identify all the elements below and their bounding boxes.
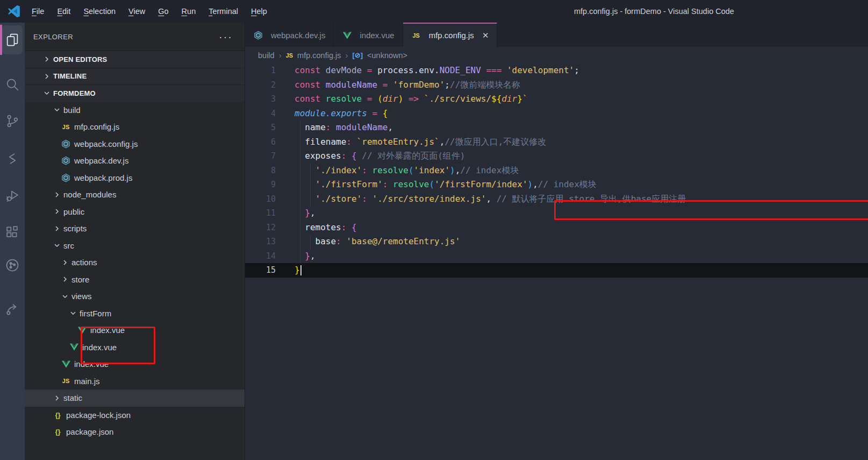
line-number: 5 [245, 121, 276, 135]
menu-file[interactable]: File [25, 0, 51, 23]
tree-item-index-vue[interactable]: index.vue [25, 322, 245, 339]
breadcrumb-separator: › [346, 51, 348, 60]
tree-item-webpack-prod-js[interactable]: webpack.prod.js [25, 169, 245, 187]
chevron-down-icon [61, 292, 69, 301]
indent-guide [300, 192, 300, 207]
breadcrumb-item-mfp-config-js[interactable]: mfp.config.js [297, 51, 341, 60]
code-line-12[interactable]: 12 remotes: { [245, 221, 868, 235]
tree-item-index-vue[interactable]: index.vue [25, 356, 245, 373]
window-title: mfp.config.js - formDemo - Visual Studio… [574, 0, 734, 23]
tree-item-package-json[interactable]: {}package.json [25, 423, 245, 441]
vscode-logo-icon [7, 4, 21, 18]
close-tab-icon[interactable]: ✕ [482, 31, 489, 40]
tree-item-build[interactable]: build [25, 102, 245, 119]
code-line-1[interactable]: 1const devMode = process.env.NODE_ENV ==… [245, 63, 868, 78]
json-icon: {} [53, 411, 63, 419]
indent-guide [310, 164, 311, 178]
section-open-editors[interactable]: OPEN EDITORS [25, 51, 245, 68]
menu-run[interactable]: Run [175, 0, 203, 23]
breadcrumb-item-build[interactable]: build [258, 51, 275, 60]
explorer-header: EXPLORER ··· [25, 23, 245, 51]
symbol-unknown-icon: [⊘] [353, 51, 363, 59]
run-debug-icon[interactable] [0, 180, 25, 211]
tree-item-package-lock-json[interactable]: {}package-lock.json [25, 407, 245, 424]
line-number: 11 [245, 206, 276, 221]
editor-tabs: webpack.dev.jsindex.vueJSmfp.config.js✕ [245, 23, 868, 47]
tab-mfp-config-js[interactable]: JSmfp.config.js✕ [403, 23, 498, 47]
tree-item-scripts[interactable]: scripts [25, 220, 245, 237]
indent-guide [300, 235, 300, 249]
js-icon: JS [61, 378, 71, 384]
tab-webpack-dev-js[interactable]: webpack.dev.js [245, 23, 334, 47]
tree-item-node-modules[interactable]: node_modules [25, 186, 245, 203]
chevron-right-icon [61, 275, 69, 284]
indent-guide [300, 149, 300, 164]
chevron-down-icon [42, 89, 51, 97]
tree-item-public[interactable]: public [25, 203, 245, 221]
line-number: 7 [245, 149, 276, 164]
explorer-icon[interactable] [0, 24, 25, 55]
project-graph-icon[interactable] [0, 250, 25, 281]
indent-guide [300, 121, 300, 135]
tree-item-webpack-dev-js[interactable]: webpack.dev.js [25, 152, 245, 169]
code-line-15[interactable]: 15} [245, 263, 868, 278]
more-actions-icon[interactable]: ··· [219, 34, 236, 39]
chevron-right-icon [42, 72, 51, 81]
menu-go[interactable]: Go [152, 0, 175, 23]
code-line-7[interactable]: 7 exposes: { // 对外暴露的页面(组件) [245, 149, 868, 164]
chevron-right-icon [42, 55, 51, 63]
line-number: 1 [245, 63, 276, 78]
vue-icon [61, 360, 71, 368]
tree-item-actions[interactable]: actions [25, 254, 245, 271]
chevron-right-icon [53, 224, 61, 233]
tree-item-mfp-config-js[interactable]: JSmfp.config.js [25, 118, 245, 136]
tree-item-main-js[interactable]: JSmain.js [25, 373, 245, 390]
source-control-icon[interactable] [0, 105, 25, 137]
code-line-2[interactable]: 2const moduleName = 'formDemo';//微前端模块名称 [245, 78, 868, 93]
indent-guide [300, 164, 300, 178]
code-line-10[interactable]: 10 './store': './src/store/index.js', //… [245, 192, 868, 207]
js-icon: JS [61, 124, 71, 130]
breadcrumb-separator: › [279, 51, 282, 60]
line-number: 2 [245, 78, 276, 93]
search-icon[interactable] [0, 69, 25, 100]
indent-guide [310, 192, 311, 207]
tree-item-webpack-config-js[interactable]: webpack.config.js [25, 136, 245, 153]
menu-terminal[interactable]: Terminal [202, 0, 245, 23]
tree-item-store[interactable]: store [25, 271, 245, 288]
menu-selection[interactable]: Selection [77, 0, 122, 23]
tree-item-firstform[interactable]: firstForm [25, 305, 245, 322]
tree-item-views[interactable]: views [25, 288, 245, 305]
line-number: 13 [245, 235, 276, 249]
code-line-9[interactable]: 9 './firstForm': resolve('/firstForm/ind… [245, 178, 868, 192]
activity-bar [0, 23, 25, 460]
chevron-right-icon [53, 207, 61, 216]
tab-index-vue[interactable]: index.vue [334, 23, 403, 47]
live-share-icon[interactable] [0, 293, 25, 324]
code-line-13[interactable]: 13 base: 'base@/remoteEntry.js' [245, 235, 868, 249]
breadcrumb-item-unknown[interactable]: <unknown> [367, 51, 407, 60]
section-formdemo[interactable]: FORMDEMO [25, 84, 245, 102]
indent-guide [300, 249, 300, 264]
chevron-down-icon [69, 309, 77, 317]
menu-view[interactable]: View [122, 0, 152, 23]
vue-icon [69, 343, 79, 351]
extension-s-icon[interactable] [0, 143, 25, 174]
code-line-4[interactable]: 4module.exports = { [245, 107, 868, 121]
code-line-11[interactable]: 11 }, [245, 206, 868, 221]
code-line-6[interactable]: 6 filename: `remoteEntry.js`,//微应用入口,不建议… [245, 135, 868, 150]
tree-item-src[interactable]: src [25, 237, 245, 254]
code-line-3[interactable]: 3const resolve = (dir) => `./src/views/$… [245, 92, 868, 107]
tree-item-static[interactable]: static [25, 390, 245, 407]
vscode-window: FileEditSelectionViewGoRunTerminalHelp m… [0, 0, 868, 460]
extensions-icon[interactable] [0, 216, 25, 247]
code-line-14[interactable]: 14 }, [245, 249, 868, 264]
tree-item-index-vue[interactable]: index.vue [25, 339, 245, 356]
menu-edit[interactable]: Edit [51, 0, 77, 23]
section-timeline[interactable]: TIMELINE [25, 68, 245, 85]
code-line-5[interactable]: 5 name: moduleName, [245, 121, 868, 135]
code-editor[interactable]: 1const devMode = process.env.NODE_ENV ==… [245, 63, 868, 460]
menu-help[interactable]: Help [245, 0, 274, 23]
code-line-8[interactable]: 8 './index': resolve('index'),// index模块 [245, 164, 868, 178]
explorer-title: EXPLORER [33, 33, 73, 41]
